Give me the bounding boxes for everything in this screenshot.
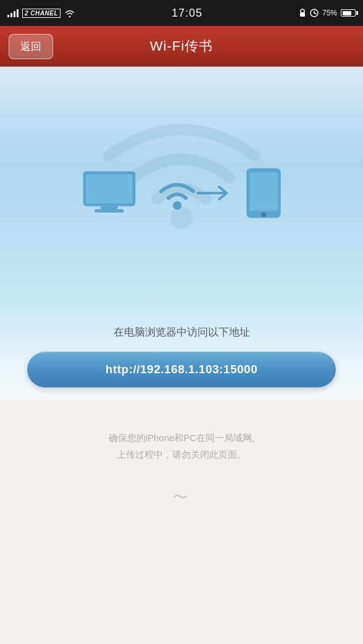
note-text: 确保您的iPhone和PC在同一局域网,上传过程中，请勿关闭此页面。: [109, 429, 255, 463]
wifi-status-icon: [64, 9, 75, 17]
instruction-area: 在电脑浏览器中访问以下地址 http://192.168.1.103:15000: [0, 307, 363, 400]
svg-rect-8: [94, 209, 123, 213]
instruction-text: 在电脑浏览器中访问以下地址: [25, 324, 338, 341]
signal-bar-1: [7, 15, 9, 17]
main-content: 在电脑浏览器中访问以下地址 http://192.168.1.103:15000…: [0, 67, 363, 644]
clock-icon: [310, 9, 319, 17]
svg-rect-7: [101, 206, 118, 209]
status-right: 75%: [299, 9, 356, 17]
svg-rect-6: [86, 174, 132, 203]
signal-bar-4: [17, 9, 19, 17]
battery-percent: 75%: [322, 9, 337, 17]
monitor-icon: [78, 168, 140, 218]
decorative-wave: 〜: [173, 487, 190, 507]
url-button[interactable]: http://192.168.1.103:15000: [27, 352, 336, 387]
svg-point-13: [261, 213, 266, 218]
status-time: 17:05: [172, 7, 202, 20]
battery-icon: [341, 9, 356, 17]
signal-bar-2: [10, 13, 12, 17]
nav-bar: 返回 Wi-Fi传书: [0, 26, 363, 67]
lower-area: 确保您的iPhone和PC在同一局域网,上传过程中，请勿关闭此页面。 〜: [0, 400, 363, 645]
status-left: 2 CHANEL: [7, 9, 75, 18]
svg-rect-0: [300, 12, 305, 17]
tablet-icon: [243, 167, 285, 220]
svg-point-9: [173, 201, 182, 210]
illustration-area: [0, 67, 363, 307]
svg-line-3: [314, 13, 316, 14]
page-title: Wi-Fi传书: [150, 37, 213, 56]
wifi-transfer-icon: [151, 168, 232, 218]
signal-bars-icon: [7, 9, 19, 17]
signal-bar-3: [14, 11, 15, 17]
svg-rect-12: [249, 173, 278, 211]
lock-icon: [299, 9, 306, 17]
back-button[interactable]: 返回: [9, 34, 53, 59]
transfer-illustration: [78, 167, 285, 220]
carrier-label: 2 CHANEL: [22, 9, 60, 18]
status-bar: 2 CHANEL 17:05 75%: [0, 0, 363, 26]
